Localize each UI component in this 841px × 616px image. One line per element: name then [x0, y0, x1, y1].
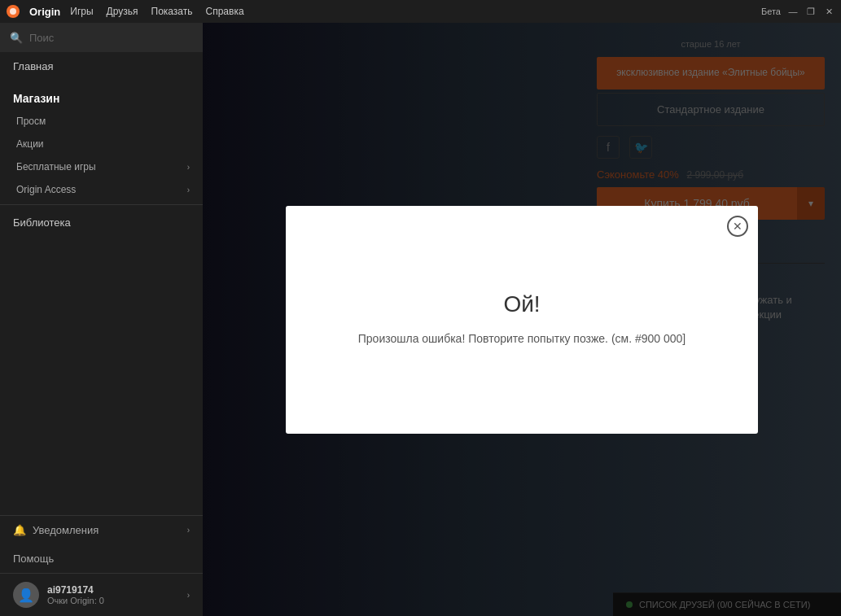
avatar: 👤 [13, 582, 39, 608]
chevron-right-icon-3: › [187, 526, 190, 535]
modal-close-button[interactable]: ✕ [727, 216, 748, 237]
sidebar-item-deals[interactable]: Акции [0, 133, 203, 155]
sidebar-home-label: Главная [13, 60, 53, 72]
chevron-right-icon-2: › [187, 186, 190, 194]
sidebar-item-library[interactable]: Библиотека [0, 208, 203, 237]
sidebar-free-games-label: Бесплатные игры [16, 161, 96, 173]
restore-button[interactable]: ❐ [805, 6, 817, 17]
menu-games[interactable]: Игры [70, 6, 93, 17]
user-info: ai9719174 Очки Origin: 0 [47, 584, 179, 605]
menu-view[interactable]: Показать [151, 6, 193, 17]
sidebar: 🔍 Поис Главная Магазин Просм Акции Беспл… [0, 23, 203, 616]
sidebar-bottom: 🔔 Уведомления › Помощь 👤 ai9719174 Очки … [0, 515, 203, 616]
title-bar: Origin Игры Друзья Показать Справка Бета… [0, 0, 841, 23]
sidebar-item-free-games[interactable]: Бесплатные игры › [0, 155, 203, 178]
sidebar-browse-label: Просм [16, 116, 46, 127]
menu-friends[interactable]: Друзья [107, 6, 138, 17]
origin-logo-icon [7, 5, 20, 18]
user-profile[interactable]: 👤 ai9719174 Очки Origin: 0 › [0, 573, 203, 616]
menu-help[interactable]: Справка [206, 6, 244, 17]
sidebar-origin-access-label: Origin Access [16, 184, 76, 195]
close-window-button[interactable]: ✕ [823, 6, 834, 17]
title-bar-right: Бета — ❐ ✕ [761, 6, 834, 17]
sidebar-deals-label: Акции [16, 138, 44, 150]
search-bar[interactable]: 🔍 Поис [0, 23, 203, 52]
modal-title: Ой! [503, 291, 540, 317]
sidebar-divider-1 [0, 204, 203, 205]
sidebar-library-label: Библиотека [13, 216, 71, 229]
title-bar-left: Origin Игры Друзья Показать Справка [7, 5, 244, 18]
user-points: Очки Origin: 0 [47, 596, 179, 605]
user-name: ai9719174 [47, 584, 179, 596]
svg-point-0 [10, 8, 16, 15]
modal-overlay: ✕ Ой! Произошла ошибка! Повторите попытк… [203, 23, 841, 616]
search-placeholder: Поис [29, 32, 54, 44]
beta-label: Бета [761, 7, 781, 16]
sidebar-store-title: Магазин [0, 81, 203, 110]
main-content: старше 16 лет эксклюзивное издание «Элит… [203, 23, 841, 616]
search-icon: 🔍 [10, 32, 23, 44]
bell-icon: 🔔 [13, 524, 26, 536]
sidebar-item-home[interactable]: Главная [0, 52, 203, 81]
chevron-right-icon-4: › [187, 591, 190, 600]
error-modal: ✕ Ой! Произошла ошибка! Повторите попытк… [286, 206, 758, 434]
sidebar-item-origin-access[interactable]: Origin Access › [0, 178, 203, 201]
chevron-right-icon: › [187, 163, 190, 172]
sidebar-item-browse[interactable]: Просм [0, 110, 203, 133]
app-name-label: Origin [29, 6, 60, 18]
minimize-button[interactable]: — [787, 6, 799, 17]
modal-message: Произошла ошибка! Повторите попытку позж… [358, 330, 686, 347]
sidebar-item-notifications[interactable]: 🔔 Уведомления › [0, 516, 203, 544]
sidebar-item-help[interactable]: Помощь [0, 544, 203, 573]
app-body: 🔍 Поис Главная Магазин Просм Акции Беспл… [0, 23, 841, 616]
sidebar-help-label: Помощь [13, 553, 54, 565]
sidebar-notifications-label: Уведомления [33, 524, 99, 536]
sidebar-store-label: Магазин [13, 92, 59, 105]
menu-bar: Игры Друзья Показать Справка [70, 6, 243, 17]
